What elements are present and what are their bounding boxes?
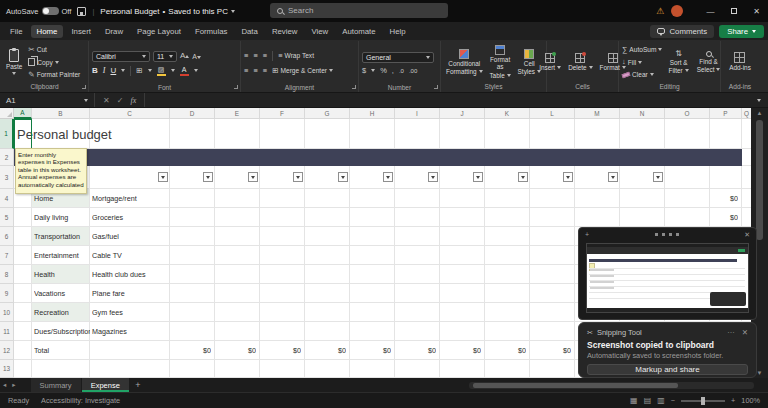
save-icon[interactable] <box>77 7 86 16</box>
align-bottom-icon[interactable]: ≡ <box>263 52 267 60</box>
monthly-total-cell[interactable]: $0 <box>350 341 391 360</box>
borders-button[interactable]: ⊞ <box>136 67 142 75</box>
row-header-2[interactable]: 2 <box>0 149 14 166</box>
alignment-dialog-launcher[interactable] <box>352 85 356 89</box>
maximize-button[interactable] <box>722 0 745 22</box>
category-cell[interactable]: Dues/Subscription <box>34 322 90 341</box>
align-left-icon[interactable]: ≡ <box>244 67 248 75</box>
number-format-combo[interactable]: General <box>362 52 434 63</box>
font-color-button[interactable]: A <box>180 66 189 76</box>
ribbon-tab-help[interactable]: Help <box>384 25 412 38</box>
vertical-scroll-thumb[interactable] <box>756 120 763 240</box>
ribbon-tab-page-layout[interactable]: Page Layout <box>131 25 187 38</box>
preview-new-icon[interactable]: + <box>585 231 589 238</box>
grow-font-button[interactable]: A <box>180 52 189 60</box>
monthly-total-cell[interactable]: $0 <box>305 341 346 360</box>
monthly-total-cell[interactable]: $0 <box>215 341 256 360</box>
row-header-6[interactable]: 6 <box>0 227 14 246</box>
filter-dropdown-button[interactable] <box>158 172 168 182</box>
formula-input[interactable] <box>145 93 757 107</box>
zoom-in-icon[interactable]: + <box>731 396 735 405</box>
category-cell[interactable]: Transportation <box>34 227 90 246</box>
clear-button[interactable]: Clear <box>622 69 662 80</box>
filter-dropdown-button[interactable] <box>248 172 258 182</box>
merge-center-button[interactable]: ⊞Merge & Center <box>272 65 333 76</box>
column-header-F[interactable]: F <box>260 108 305 119</box>
filter-dropdown-button[interactable] <box>293 172 303 182</box>
column-header-M[interactable]: M <box>575 108 620 119</box>
ribbon-tab-data[interactable]: Data <box>235 25 263 38</box>
item-cell[interactable]: Groceries <box>92 208 170 227</box>
search-box[interactable]: Search <box>270 3 448 18</box>
name-box[interactable]: A1 <box>0 93 95 107</box>
select-all-corner[interactable] <box>0 108 14 119</box>
row-header-3[interactable]: 3 <box>0 166 14 189</box>
annual-total-cell[interactable]: $0 <box>710 208 738 227</box>
font-dialog-launcher[interactable] <box>234 85 238 89</box>
autosum-button[interactable]: ∑AutoSum <box>622 44 662 55</box>
row-header-9[interactable]: 9 <box>0 284 14 303</box>
row-header-1[interactable]: 1 <box>0 119 14 149</box>
column-header-Q[interactable]: Q <box>742 108 751 119</box>
paste-button[interactable]: Paste <box>4 49 24 74</box>
row-header-13[interactable]: 13 <box>0 360 14 378</box>
item-cell[interactable]: Magazines <box>92 322 170 341</box>
column-header-L[interactable]: L <box>530 108 575 119</box>
underline-button[interactable]: U <box>110 66 116 75</box>
number-dialog-launcher[interactable] <box>434 85 438 89</box>
monthly-total-cell[interactable]: $0 <box>440 341 481 360</box>
ribbon-tab-automate[interactable]: Automate <box>336 25 381 38</box>
close-button[interactable]: ✕ <box>745 0 768 22</box>
filter-dropdown-button[interactable] <box>608 172 618 182</box>
cut-button[interactable]: ✂Cut <box>28 44 80 55</box>
ribbon-tab-insert[interactable]: Insert <box>65 25 97 38</box>
total-label-cell[interactable]: Total <box>34 341 90 360</box>
preview-close-icon[interactable]: ✕ <box>744 231 750 239</box>
filter-dropdown-button[interactable] <box>203 172 213 182</box>
ribbon-tab-home[interactable]: Home <box>31 25 64 38</box>
snipping-tool-preview-window[interactable]: + ✕ <box>578 227 757 320</box>
filter-dropdown-button[interactable] <box>428 172 438 182</box>
shrink-font-button[interactable]: A <box>192 53 201 60</box>
accounting-format-button[interactable]: $ <box>362 67 366 75</box>
align-center-icon[interactable]: ≡ <box>253 67 257 75</box>
column-header-A[interactable]: A <box>14 108 32 119</box>
item-cell[interactable]: Gym fees <box>92 303 170 322</box>
autosave-toggle[interactable]: AutoSave Off <box>6 7 71 16</box>
clipboard-dialog-launcher[interactable] <box>82 85 86 89</box>
ribbon-tab-file[interactable]: File <box>4 25 29 38</box>
filter-dropdown-button[interactable] <box>338 172 348 182</box>
row-header-10[interactable]: 10 <box>0 303 14 322</box>
find-select-button[interactable]: Find & Select <box>695 51 723 74</box>
category-cell[interactable]: Vacations <box>34 284 90 303</box>
comments-button[interactable]: Comments <box>650 25 714 38</box>
minimize-button[interactable]: — <box>699 0 722 22</box>
row-header-7[interactable]: 7 <box>0 246 14 265</box>
monthly-total-cell[interactable]: $0 <box>530 341 571 360</box>
accessibility-status[interactable]: Accessibility: Investigate <box>41 396 120 405</box>
comma-style-button[interactable]: , <box>392 67 394 75</box>
horizontal-scrollbar[interactable] <box>469 382 754 389</box>
item-cell[interactable]: Health club dues <box>92 265 170 284</box>
snipping-tool-notification[interactable]: ✂ Snipping Tool ··· ✕ Screenshot copied … <box>578 322 757 378</box>
page-layout-view-icon[interactable]: ▤ <box>644 396 652 405</box>
sheet-nav-left-icon[interactable]: ◂ <box>0 381 9 389</box>
ribbon-tab-review[interactable]: Review <box>266 25 304 38</box>
markup-and-share-button[interactable]: Markup and share <box>587 364 748 375</box>
column-header-N[interactable]: N <box>620 108 665 119</box>
monthly-total-cell[interactable]: $0 <box>395 341 436 360</box>
insert-cells-button[interactable]: Insert <box>537 53 563 71</box>
row-header-4[interactable]: 4 <box>0 189 14 208</box>
font-family-combo[interactable]: Calibri <box>92 51 150 62</box>
item-cell[interactable]: Plane fare <box>92 284 170 303</box>
category-cell[interactable]: Recreation <box>34 303 90 322</box>
fill-color-button[interactable]: ▨ <box>157 66 166 76</box>
normal-view-icon[interactable]: ▦ <box>630 396 638 405</box>
annual-total-cell[interactable]: $0 <box>710 189 738 208</box>
column-header-C[interactable]: C <box>90 108 170 119</box>
align-right-icon[interactable]: ≡ <box>263 67 267 75</box>
insert-function-icon[interactable]: fx <box>130 96 136 105</box>
sort-filter-button[interactable]: ⇅ Sort & Filter <box>666 50 690 75</box>
ribbon-tab-formulas[interactable]: Formulas <box>189 25 234 38</box>
warning-icon[interactable]: ⚠ <box>656 6 664 16</box>
